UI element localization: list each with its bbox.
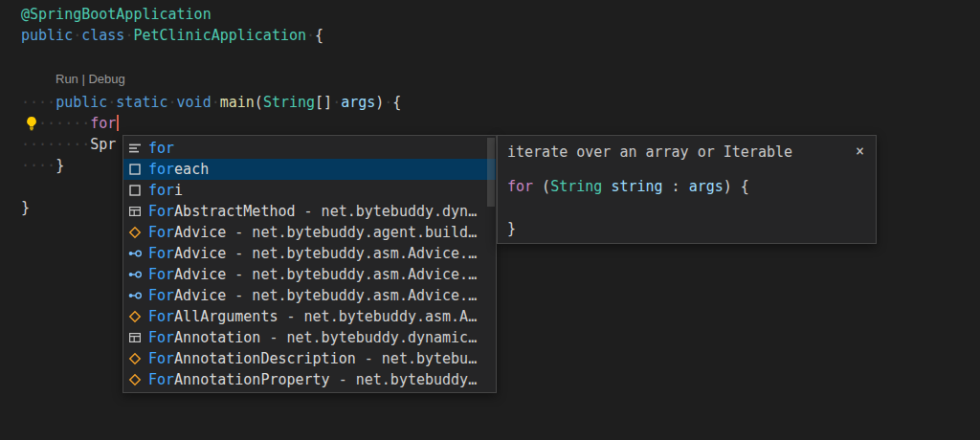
suggestion-item[interactable]: ForAnnotationDescription - net.bytebu… [123, 348, 496, 369]
suggestion-detail-text: - net.bytebuddy… [330, 371, 478, 388]
code-token: void [177, 94, 212, 111]
suggest-scrollbar-thumb[interactable] [487, 138, 495, 207]
suggestion-label-text: Annotation [174, 329, 260, 346]
codelens-run-link[interactable]: Run [56, 72, 78, 86]
class-icon [127, 372, 143, 387]
suggestion-label-text: Advice [174, 224, 226, 241]
suggestion-item[interactable]: ForAbstractMethod - net.bytebuddy.dyn… [123, 201, 496, 222]
suggestion-label-text: AbstractMethod [174, 203, 295, 220]
whitespace-dots: ········ [21, 136, 90, 153]
suggestion-label-text: Advice [174, 266, 226, 283]
code-token: public [21, 27, 73, 44]
code-line: ········for [21, 113, 401, 134]
suggestion-label-text: Advice [174, 287, 226, 304]
codelens-separator: | [78, 72, 89, 86]
class-icon [127, 351, 143, 366]
code-token: string [611, 178, 662, 195]
field-icon [127, 246, 143, 261]
suggestion-item[interactable]: ForAdvice - net.bytebuddy.asm.Advice.… [123, 285, 496, 306]
whitespace-dots: · [212, 94, 220, 111]
code-token: [] [315, 94, 332, 111]
suggestion-item[interactable]: for [123, 138, 496, 159]
suggestion-match-text: For [148, 308, 174, 325]
suggestion-detail-text: - net.bytebuddy.asm.Advice.… [226, 287, 477, 304]
suggestion-label-text: Advice [174, 245, 226, 262]
suggestion-label-text: each [174, 161, 209, 178]
code-token: for [90, 115, 116, 132]
suggestion-match-text: for [148, 182, 174, 199]
code-token: ( [255, 94, 263, 111]
suggestion-item[interactable]: ForAnnotationProperty - net.bytebuddy… [123, 369, 496, 390]
whitespace-dots: · [332, 94, 341, 111]
suggestion-detail-text: - net.bytebuddy.asm.A… [278, 308, 477, 325]
struct-icon [127, 204, 143, 219]
code-token: static [116, 94, 167, 111]
code-token: public [56, 94, 107, 111]
docs-code-line [507, 197, 866, 218]
code-token: { [315, 27, 323, 44]
code-token: Spr [90, 136, 116, 153]
docs-code-block: for (String string : args) {} [507, 176, 866, 239]
field-icon [127, 288, 143, 303]
suggestion-detail-text: - net.bytebuddy.dyn… [296, 203, 478, 220]
code-token: } [56, 157, 64, 174]
suggestion-detail-text: - net.bytebuddy.asm.Advice.… [226, 245, 477, 262]
suggestion-detail-text: - net.bytebu… [356, 350, 477, 367]
vscode-editor-window: @SpringBootApplicationpublic·class·PetCl… [0, 0, 980, 440]
code-token: String [550, 178, 602, 195]
code-token: PetClinicApplication [133, 27, 306, 44]
docs-summary: iterate over an array or Iterable [507, 142, 792, 163]
whitespace-dots: ···· [21, 94, 56, 111]
keyword-icon [127, 141, 143, 156]
whitespace-dots: · [107, 94, 116, 111]
code-token: ) { [724, 178, 749, 195]
code-token: @SpringBootApplication [21, 6, 212, 23]
whitespace-dots: · [306, 27, 315, 44]
suggestion-item[interactable]: ForAllArguments - net.bytebuddy.asm.A… [123, 306, 496, 327]
field-icon [127, 267, 143, 282]
code-line: ····public·static·void·main(String[]·arg… [21, 92, 401, 113]
docs-code-line: } [507, 218, 866, 239]
code-token: args [341, 94, 375, 111]
suggestion-match-text: for [148, 161, 174, 178]
snippet-icon [127, 183, 143, 198]
suggestion-item[interactable]: ForAdvice - net.bytebuddy.asm.Advice.… [123, 264, 496, 285]
suggestion-match-text: For [148, 245, 174, 262]
code-token: String [263, 94, 315, 111]
suggestion-label-text: AnnotationDescription [174, 350, 356, 367]
suggestion-detail-text: - net.bytebuddy.agent.build… [226, 224, 477, 241]
whitespace-dots: · [384, 94, 392, 111]
docs-code-line: for (String string : args) { [507, 176, 866, 197]
suggestion-item[interactable]: foreach [123, 159, 496, 180]
suggestion-match-text: For [148, 224, 174, 241]
code-token: class [81, 27, 124, 44]
snippet-icon [127, 162, 143, 177]
code-token: } [507, 220, 516, 237]
suggestion-item[interactable]: ForAdvice - net.bytebuddy.asm.Advice.… [123, 243, 496, 264]
suggest-docs-panel: iterate over an array or Iterable × for … [497, 135, 877, 244]
code-token: main [220, 94, 255, 111]
close-icon[interactable]: × [854, 142, 866, 161]
whitespace-dots: ···· [21, 157, 56, 174]
codelens-debug-link[interactable]: Debug [88, 72, 124, 86]
code-line: public·class·PetClinicApplication·{ [21, 25, 401, 46]
code-token: args [689, 178, 724, 195]
code-token: } [21, 199, 30, 216]
class-icon [127, 309, 143, 324]
suggestion-item[interactable]: fori [123, 180, 496, 201]
code-token: ( [533, 178, 550, 195]
suggestion-match-text: For [148, 266, 174, 283]
lightbulb-icon[interactable] [23, 115, 40, 132]
text-cursor [117, 115, 119, 131]
code-token: : [663, 178, 689, 195]
code-line [21, 46, 401, 67]
suggestion-item[interactable]: ForAdvice - net.bytebuddy.agent.build… [123, 222, 496, 243]
suggestion-match-text: for [148, 140, 174, 157]
whitespace-dots: · [73, 27, 81, 44]
struct-icon [127, 330, 143, 345]
suggestion-match-text: For [148, 329, 174, 346]
suggestion-label-text: AnnotationProperty [174, 371, 330, 388]
suggestion-match-text: For [148, 203, 174, 220]
suggestion-match-text: For [148, 371, 174, 388]
suggestion-item[interactable]: ForAnnotation - net.bytebuddy.dynamic… [123, 327, 496, 348]
